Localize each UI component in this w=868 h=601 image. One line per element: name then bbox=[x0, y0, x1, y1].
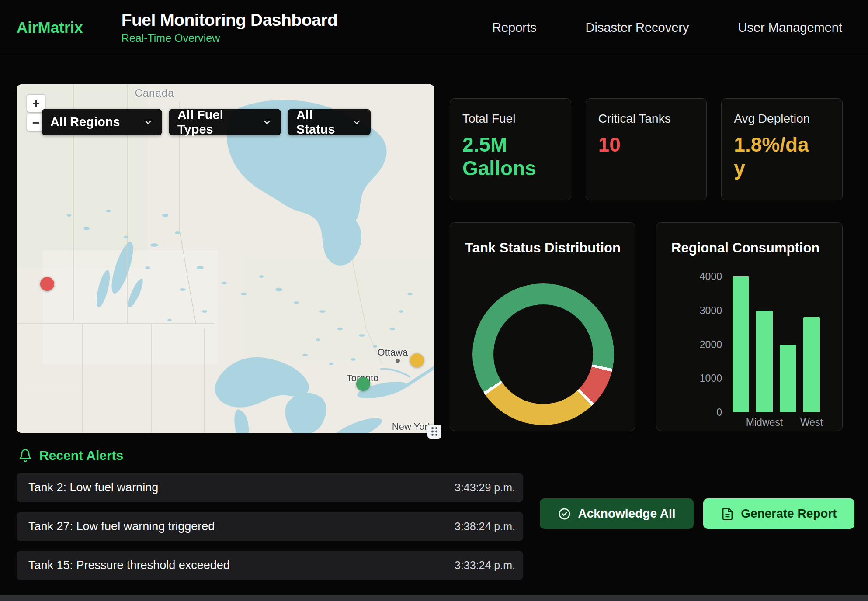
nav-reports[interactable]: Reports bbox=[492, 21, 537, 35]
page-title: Fuel Monitoring Dashboard bbox=[122, 10, 337, 30]
tank-marker-normal[interactable] bbox=[356, 377, 370, 391]
generate-report-label: Generate Report bbox=[741, 507, 837, 521]
city-dot bbox=[396, 359, 400, 363]
bar-y-tick: 1000 bbox=[700, 373, 722, 384]
alert-message: Tank 2: Low fuel warning bbox=[28, 481, 158, 494]
region-filter-select[interactable]: All Regions bbox=[42, 109, 162, 135]
alert-time: 3:38:24 p.m. bbox=[455, 520, 515, 533]
check-circle-icon bbox=[558, 507, 571, 521]
fuel-type-filter-value: All Fuel Types bbox=[177, 108, 256, 137]
alert-row[interactable]: Tank 2: Low fuel warning 3:43:29 p.m. bbox=[17, 473, 523, 502]
tank-marker-warning[interactable] bbox=[410, 353, 424, 367]
bar-west bbox=[803, 317, 820, 412]
drag-dots-icon bbox=[431, 426, 438, 437]
alert-message: Tank 15: Pressure threshold exceeded bbox=[28, 559, 230, 572]
stat-label: Avg Depletion bbox=[734, 112, 830, 126]
bar-x-tick: Midwest bbox=[756, 417, 773, 428]
bar-region-1 bbox=[733, 276, 749, 412]
acknowledge-all-button[interactable]: Acknowledge All bbox=[540, 498, 694, 529]
map-marker-layer: CanadaOttawaTorontoNew York bbox=[17, 84, 434, 433]
map-panel: CanadaOttawaTorontoNew York + − All Regi… bbox=[17, 84, 434, 433]
bar-plot bbox=[733, 276, 820, 412]
chevron-down-icon bbox=[351, 117, 362, 128]
tank-status-title: Tank Status Distribution bbox=[465, 240, 621, 256]
tank-status-donut bbox=[472, 283, 614, 425]
bar-x-tick bbox=[780, 417, 796, 428]
alert-row[interactable]: Tank 27: Low fuel warning triggered 3:38… bbox=[17, 512, 523, 541]
stat-card-total-fuel: Total Fuel 2.5M Gallons bbox=[450, 98, 571, 200]
stat-value: 2.5M Gallons bbox=[462, 133, 559, 180]
stat-card-critical-tanks: Critical Tanks 10 bbox=[586, 98, 707, 200]
stats-row: Total Fuel 2.5M Gallons Critical Tanks 1… bbox=[450, 98, 843, 200]
bar-region-3 bbox=[780, 345, 796, 413]
alert-time: 3:43:29 p.m. bbox=[455, 481, 515, 494]
stat-label: Critical Tanks bbox=[598, 112, 694, 126]
map-label-canada: Canada bbox=[135, 87, 174, 99]
chevron-down-icon bbox=[262, 117, 272, 128]
chevron-down-icon bbox=[143, 117, 153, 128]
alert-message: Tank 27: Low fuel warning triggered bbox=[28, 520, 215, 533]
map-label-ottawa: Ottawa bbox=[378, 347, 408, 358]
stat-value: 10 bbox=[598, 133, 694, 156]
title-block: Fuel Monitoring Dashboard Real-Time Over… bbox=[122, 10, 337, 45]
bar-xlabels: MidwestWest bbox=[733, 417, 820, 428]
alerts-heading-label: Recent Alerts bbox=[39, 448, 123, 463]
alerts-heading: Recent Alerts bbox=[18, 448, 123, 463]
page-subtitle: Real-Time Overview bbox=[122, 32, 337, 45]
bar-y-tick: 0 bbox=[716, 407, 722, 418]
stat-card-avg-depletion: Avg Depletion 1.8%/day bbox=[721, 98, 843, 200]
tank-marker-critical[interactable] bbox=[40, 277, 54, 291]
regional-consumption-card: Regional Consumption 01000200030004000 M… bbox=[656, 222, 843, 431]
bell-icon bbox=[18, 448, 32, 463]
alert-time: 3:33:24 p.m. bbox=[455, 559, 515, 572]
fuel-monitoring-dashboard: AirMatrix Fuel Monitoring Dashboard Real… bbox=[0, 0, 868, 601]
region-filter-value: All Regions bbox=[50, 115, 120, 129]
bar-y-tick: 4000 bbox=[700, 271, 722, 283]
alert-row[interactable]: Tank 15: Pressure threshold exceeded 3:3… bbox=[17, 551, 523, 580]
generate-report-button[interactable]: Generate Report bbox=[703, 498, 854, 529]
status-filter-select[interactable]: All Status bbox=[288, 109, 371, 135]
stat-value: 1.8%/day bbox=[734, 133, 810, 180]
acknowledge-all-label: Acknowledge All bbox=[578, 507, 675, 521]
nav-disaster-recovery[interactable]: Disaster Recovery bbox=[586, 21, 689, 35]
bar-x-tick: West bbox=[803, 417, 820, 428]
app-header: AirMatrix Fuel Monitoring Dashboard Real… bbox=[0, 0, 868, 55]
status-filter-value: All Status bbox=[296, 108, 345, 137]
map-resize-handle[interactable] bbox=[427, 425, 441, 439]
main-nav: Reports Disaster Recovery User Managemen… bbox=[492, 21, 842, 35]
bar-y-tick: 3000 bbox=[700, 304, 722, 316]
map-label-new-york: New York bbox=[392, 421, 433, 432]
donut-hole bbox=[493, 304, 593, 404]
document-icon bbox=[721, 507, 734, 521]
stat-label: Total Fuel bbox=[462, 112, 559, 126]
tank-status-card: Tank Status Distribution bbox=[450, 222, 635, 431]
map-filter-bar: All Regions All Fuel Types All Status bbox=[42, 109, 371, 135]
footer-bar bbox=[0, 595, 868, 601]
bar-yaxis: 01000200030004000 bbox=[656, 276, 722, 412]
alert-list: Tank 2: Low fuel warning 3:43:29 p.m. Ta… bbox=[17, 473, 523, 590]
nav-user-management[interactable]: User Management bbox=[738, 21, 842, 35]
bar-midwest bbox=[756, 311, 773, 412]
bar-y-tick: 2000 bbox=[700, 338, 722, 350]
regional-consumption-title: Regional Consumption bbox=[671, 240, 819, 256]
fuel-type-filter-select[interactable]: All Fuel Types bbox=[169, 109, 281, 135]
brand-logo[interactable]: AirMatrix bbox=[17, 19, 83, 36]
